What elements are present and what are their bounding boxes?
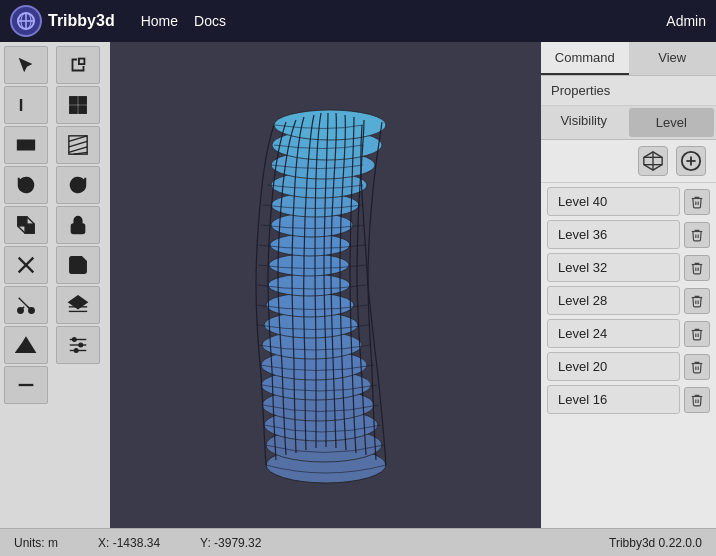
level-item-4: Level 24	[547, 319, 710, 348]
level-btn-4[interactable]: Level 24	[547, 319, 680, 348]
level-item-1: Level 36	[547, 220, 710, 249]
level-btn-6[interactable]: Level 16	[547, 385, 680, 414]
panel-sub-tabs: Visibility Level	[541, 106, 716, 140]
svg-line-20	[18, 226, 25, 233]
levels-list: Level 40 Level 36	[541, 183, 716, 528]
level-delete-3[interactable]	[684, 288, 710, 314]
svg-text:I: I	[19, 96, 24, 114]
level-delete-4[interactable]	[684, 321, 710, 347]
level-item-3: Level 28	[547, 286, 710, 315]
tab-command[interactable]: Command	[541, 42, 629, 75]
svg-rect-4	[79, 59, 85, 65]
svg-point-39	[74, 349, 78, 353]
svg-point-37	[73, 338, 77, 342]
lock-tool[interactable]	[56, 206, 100, 244]
svg-rect-10	[18, 140, 35, 149]
status-x: X: -1438.34	[98, 536, 160, 550]
svg-rect-6	[70, 97, 77, 104]
svg-point-51	[269, 254, 349, 276]
level-item-2: Level 32	[547, 253, 710, 282]
level-btn-2[interactable]: Level 32	[547, 253, 680, 282]
right-panel: Command View Properties Visibility Level	[541, 42, 716, 528]
line-tool[interactable]	[4, 366, 48, 404]
svg-rect-9	[79, 106, 86, 113]
rectangle-tool[interactable]	[4, 126, 48, 164]
main-content: I	[0, 42, 716, 528]
panel-top-tabs: Command View	[541, 42, 716, 76]
cut-tool[interactable]	[4, 286, 48, 324]
svg-point-50	[268, 274, 350, 296]
level-delete-6[interactable]	[684, 387, 710, 413]
svg-rect-8	[70, 106, 77, 113]
level-btn-5[interactable]: Level 20	[547, 352, 680, 381]
level-delete-5[interactable]	[684, 354, 710, 380]
svg-line-12	[69, 136, 87, 142]
layers-bottom-tool[interactable]	[56, 286, 100, 324]
nav-home[interactable]: Home	[141, 13, 178, 29]
hatch-tool[interactable]	[56, 126, 100, 164]
level-item-5: Level 20	[547, 352, 710, 381]
crop-tool[interactable]	[56, 46, 100, 84]
level-btn-0[interactable]: Level 40	[547, 187, 680, 216]
status-units: Units: m	[14, 536, 58, 550]
navbar: Tribby3d Home Docs Admin	[0, 0, 716, 42]
text-tool[interactable]: I	[4, 86, 48, 124]
rotate-ccw-tool[interactable]	[4, 166, 48, 204]
close-tool[interactable]	[4, 246, 48, 284]
3d-view-icon-btn[interactable]	[638, 146, 668, 176]
svg-line-14	[69, 147, 87, 153]
svg-rect-21	[72, 224, 85, 233]
svg-point-38	[79, 343, 83, 347]
box-tool[interactable]	[4, 206, 48, 244]
level-delete-2[interactable]	[684, 255, 710, 281]
admin-label: Admin	[666, 13, 706, 29]
tab-view[interactable]: View	[629, 42, 717, 75]
status-y: Y: -3979.32	[200, 536, 261, 550]
tab-level[interactable]: Level	[629, 108, 715, 137]
properties-label: Properties	[541, 76, 716, 106]
level-delete-0[interactable]	[684, 189, 710, 215]
level-item-6: Level 16	[547, 385, 710, 414]
level-btn-1[interactable]: Level 36	[547, 220, 680, 249]
level-item-0: Level 40	[547, 187, 710, 216]
select-tool[interactable]	[4, 46, 48, 84]
level-btn-3[interactable]: Level 28	[547, 286, 680, 315]
logo-icon	[10, 5, 42, 37]
add-icon-btn[interactable]	[676, 146, 706, 176]
svg-line-13	[69, 141, 87, 147]
app-title: Tribby3d	[48, 12, 115, 30]
3d-shape-svg	[166, 65, 486, 505]
panel-icons-row	[541, 140, 716, 183]
svg-rect-7	[79, 97, 86, 104]
navbar-links: Home Docs	[141, 13, 667, 29]
viewport[interactable]	[110, 42, 541, 528]
svg-rect-17	[25, 224, 34, 233]
save-tool[interactable]	[56, 246, 100, 284]
tab-visibility[interactable]: Visibility	[541, 106, 627, 139]
status-bar: Units: m X: -1438.34 Y: -3979.32 Tribby3…	[0, 528, 716, 556]
sliders-tool[interactable]	[56, 326, 100, 364]
svg-line-19	[27, 217, 34, 224]
navbar-logo: Tribby3d	[10, 5, 131, 37]
mountain-tool[interactable]	[4, 326, 48, 364]
3d-shape-container	[110, 42, 541, 528]
nav-docs[interactable]: Docs	[194, 13, 226, 29]
grid-tool[interactable]	[56, 86, 100, 124]
rotate-cw-tool[interactable]	[56, 166, 100, 204]
status-version: Tribby3d 0.22.0.0	[609, 536, 702, 550]
left-toolbar: I	[0, 42, 110, 528]
level-delete-1[interactable]	[684, 222, 710, 248]
